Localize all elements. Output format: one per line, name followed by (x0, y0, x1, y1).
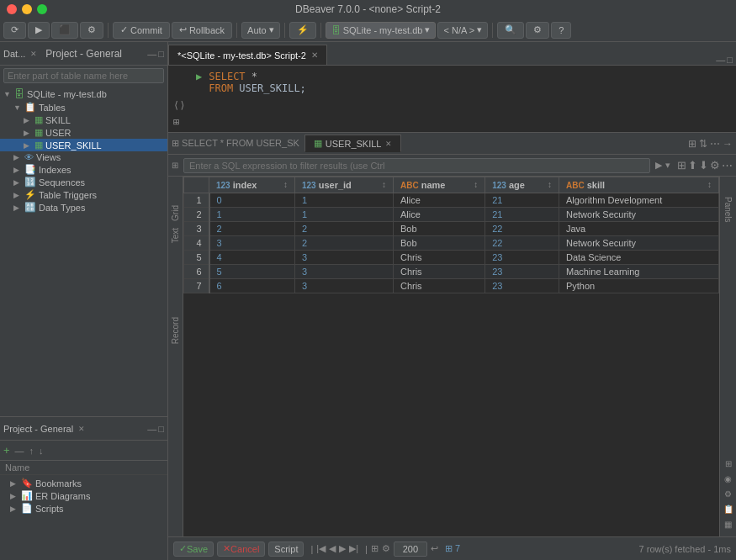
tree-item-triggers[interactable]: ▶ ⚡ Table Triggers (0, 188, 167, 201)
project-item-er[interactable]: ▶ 📊 ER Diagrams (0, 489, 167, 502)
tree-item-views[interactable]: ▶ 👁 Views (0, 151, 167, 163)
sql-run-icon[interactable]: ▶ (196, 71, 202, 82)
result-nav-right-icon[interactable]: → (723, 138, 733, 150)
col-header-name[interactable]: ABC name ↕ (393, 177, 484, 193)
tree-item-datatypes[interactable]: ▶ 🔠 Data Types (0, 201, 167, 214)
tree-item-skill[interactable]: ▶ ▦ SKILL (0, 114, 167, 126)
minimize-project-icon[interactable]: — (147, 424, 156, 434)
filter-dropdown-icon[interactable]: ▾ (665, 160, 670, 171)
toolbar-help[interactable]: ? (551, 22, 571, 39)
col-sort-name-icon[interactable]: ↕ (474, 180, 478, 189)
transaction-mode-dropdown[interactable]: Auto ▾ (241, 22, 280, 39)
project-item-scripts[interactable]: ▶ 📄 Scripts (0, 502, 167, 515)
table-row[interactable]: 4 3 2 Bob 22 Network Security (184, 236, 719, 251)
col-header-index[interactable]: 123 index ↕ (209, 177, 295, 193)
sql-format-icon[interactable]: ⟨⟩ (173, 99, 185, 111)
page-size-input[interactable] (394, 542, 427, 557)
maximize-editor-icon[interactable]: □ (727, 55, 733, 65)
col-sort-index-icon[interactable]: ↕ (283, 180, 288, 189)
col-header-skill[interactable]: ABC skill ↕ (559, 177, 718, 193)
toolbar-icon-4[interactable]: ⚙ (80, 22, 103, 39)
tree-item-indexes[interactable]: ▶ 📑 Indexes (0, 163, 167, 176)
table-row[interactable]: 6 5 3 Chris 23 Machine Learning (184, 265, 719, 279)
toolbar-icon-1[interactable]: ⟳ (3, 22, 26, 39)
toolbar-icon-3[interactable]: ⬛ (51, 22, 78, 39)
close-project-tab-icon[interactable]: ✕ (78, 425, 85, 433)
tree-item-user[interactable]: ▶ ▦ USER (0, 126, 167, 139)
toolbar-settings[interactable]: ⚙ (526, 22, 549, 39)
row-count-icon[interactable]: ⊞ (371, 543, 379, 554)
close-db-tab-icon[interactable]: ✕ (30, 50, 37, 58)
minimize-panel-icon[interactable]: — (147, 49, 156, 59)
editor-tab-script2[interactable]: *<SQLite - my-test.db> Script-2 ✕ (168, 45, 327, 65)
toolbar-import-icon[interactable]: ⬇ (699, 159, 708, 172)
close-button[interactable] (7, 4, 17, 14)
maximize-project-icon[interactable]: □ (158, 424, 164, 434)
close-tab-icon[interactable]: ✕ (311, 50, 318, 60)
toolbar-icon-2[interactable]: ▶ (28, 22, 50, 39)
project-arrow-icon[interactable]: ↑ (29, 446, 34, 456)
db-explorer-tab[interactable]: Dat... (3, 49, 25, 59)
project-tab-label[interactable]: Project - General (3, 424, 73, 434)
toolbar-grid-icon[interactable]: ⊞ (677, 159, 686, 172)
commit-button[interactable]: ✓ Commit (113, 22, 170, 39)
side-icon-1[interactable]: ⊞ (723, 457, 734, 469)
rollback-button[interactable]: ↩ Rollback (172, 22, 232, 39)
text-view-label[interactable]: Text (171, 225, 180, 246)
maximize-panel-icon[interactable]: □ (158, 49, 164, 59)
close-result-tab-icon[interactable]: ✕ (385, 140, 392, 148)
col-sort-user-id-icon[interactable]: ↕ (382, 180, 386, 189)
tree-item-tables[interactable]: ▼ 📋 Tables (0, 101, 167, 114)
schema-selector-dropdown[interactable]: < N/A > ▾ (437, 22, 488, 39)
table-search-input[interactable] (3, 68, 164, 83)
col-sort-skill-icon[interactable]: ↕ (707, 180, 712, 189)
apply-page-icon[interactable]: ↩ (431, 543, 438, 554)
project-tab[interactable]: Project - General (45, 48, 122, 60)
script-button[interactable]: Script (268, 542, 304, 557)
col-header-age[interactable]: 123 age ↕ (485, 177, 559, 193)
tree-item-user-skill[interactable]: ▶ ▦ USER_SKILL (0, 139, 167, 151)
table-row[interactable]: 5 4 3 Chris 23 Data Science (184, 251, 719, 265)
col-sort-age-icon[interactable]: ↕ (548, 180, 552, 189)
save-button[interactable]: ✓ Save (173, 542, 214, 557)
nav-prev-icon[interactable]: ◀ (329, 543, 336, 554)
toolbar-more2-icon[interactable]: ⋯ (722, 159, 733, 172)
record-view-label[interactable]: Record (171, 314, 180, 347)
sql-explain-icon[interactable]: ⊞ (173, 116, 185, 128)
result-more-icon[interactable]: ⋯ (710, 138, 720, 150)
nav-last-icon[interactable]: ▶| (349, 543, 358, 554)
project-add-icon[interactable]: + (3, 444, 10, 457)
page-settings-icon[interactable]: ⚙ (382, 543, 390, 554)
project-arrow-down-icon[interactable]: ↓ (39, 446, 44, 456)
maximize-button[interactable] (37, 4, 47, 14)
filter-apply-icon[interactable]: ▶ (655, 160, 662, 171)
side-icon-2[interactable]: ◉ (723, 473, 734, 484)
nav-next-icon[interactable]: ▶ (339, 543, 346, 554)
side-icon-4[interactable]: 📋 (723, 503, 734, 515)
result-filter-icon[interactable]: ⊞ (688, 138, 696, 150)
toolbar-icon-5[interactable]: ⚡ (289, 22, 316, 39)
toolbar-settings2-icon[interactable]: ⚙ (710, 159, 720, 172)
project-item-bookmarks[interactable]: ▶ 🔖 Bookmarks (0, 477, 167, 489)
nav-first-icon[interactable]: |◀ (316, 543, 326, 554)
db-selector-dropdown[interactable]: 🗄 SQLite - my-test.db ▾ (326, 22, 437, 39)
cancel-button[interactable]: ✕ Cancel (217, 542, 265, 557)
result-tab-user-skill[interactable]: ▦ USER_SKILL ✕ (304, 135, 401, 152)
tree-item-sqlite[interactable]: ▼ 🗄 SQLite - my-test.db (0, 87, 167, 101)
side-icon-3[interactable]: ⚙ (723, 488, 734, 499)
result-filter-input[interactable] (183, 158, 650, 173)
table-row[interactable]: 1 0 1 Alice 21 Algorithm Development (184, 193, 719, 208)
table-row[interactable]: 2 1 1 Alice 21 Network Security (184, 208, 719, 222)
col-header-user-id[interactable]: 123 user_id ↕ (294, 177, 393, 193)
table-row[interactable]: 7 6 3 Chris 23 Python (184, 279, 719, 293)
toolbar-export-icon[interactable]: ⬆ (688, 159, 697, 172)
result-sort-icon[interactable]: ⇅ (699, 138, 707, 150)
table-row[interactable]: 3 2 2 Bob 22 Java (184, 222, 719, 236)
tree-item-sequences[interactable]: ▶ 🔢 Sequences (0, 176, 167, 188)
side-icon-5[interactable]: ▦ (723, 518, 734, 530)
toolbar-search[interactable]: 🔍 (497, 22, 524, 39)
panels-label[interactable]: Panels (723, 197, 733, 223)
minimize-editor-icon[interactable]: — (716, 55, 725, 65)
project-delete-icon[interactable]: — (15, 446, 24, 456)
minimize-button[interactable] (22, 4, 32, 14)
